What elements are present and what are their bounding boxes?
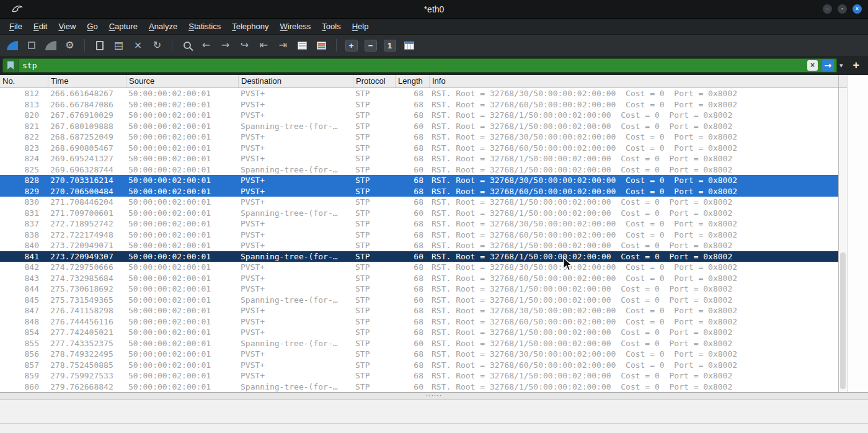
- go-forward-button[interactable]: →: [217, 37, 234, 54]
- menu-view[interactable]: View: [53, 20, 81, 33]
- last-packet-button[interactable]: ⇥: [275, 37, 291, 54]
- go-to-packet-button[interactable]: ↪: [236, 37, 253, 54]
- menu-telephony[interactable]: Telephony: [226, 20, 274, 33]
- colorize-button[interactable]: [313, 37, 330, 54]
- find-packet-button[interactable]: [179, 37, 195, 54]
- column-header-info[interactable]: Info: [430, 75, 838, 87]
- close-file-icon: ×: [134, 40, 142, 50]
- packet-row-856[interactable]: 856278.74932249550:00:00:02:00:01PVST+ST…: [0, 349, 838, 360]
- time-cell: 271.709700601: [48, 208, 126, 219]
- destination-cell: Spanning-tree-(for-…: [239, 251, 353, 262]
- open-file-button[interactable]: [91, 37, 108, 54]
- packet-row-848[interactable]: 848276.74445611650:00:00:02:00:01PVST+ST…: [0, 316, 838, 328]
- menu-analyze[interactable]: Analyze: [143, 20, 183, 33]
- packet-row-860[interactable]: 860279.76266884250:00:00:02:00:01Spannin…: [0, 382, 838, 393]
- minimize-button[interactable]: –: [823, 4, 832, 14]
- display-filter-input[interactable]: stp × →: [2, 58, 837, 73]
- menu-go[interactable]: Go: [81, 20, 103, 33]
- close-button[interactable]: ×: [852, 4, 862, 14]
- packet-row-824[interactable]: 824269.69524132750:00:00:02:00:01PVST+ST…: [0, 153, 838, 164]
- packet-row-840[interactable]: 840273.72094907150:00:00:02:00:01PVST+ST…: [0, 240, 838, 251]
- filter-add-button[interactable]: +: [849, 59, 863, 72]
- maximize-button[interactable]: ▫: [838, 4, 847, 14]
- save-file-button[interactable]: ▤: [110, 37, 127, 54]
- go-back-button[interactable]: ←: [198, 37, 215, 54]
- packet-row-829[interactable]: 829270.70650048450:00:00:02:00:01PVST+ST…: [0, 186, 838, 197]
- packet-row-830[interactable]: 830271.70844620450:00:00:02:00:01PVST+ST…: [0, 197, 838, 208]
- auto-scroll-button[interactable]: [294, 37, 311, 54]
- capture-stop-button[interactable]: [23, 37, 40, 54]
- column-header-source[interactable]: Source: [126, 75, 239, 87]
- column-header-destination[interactable]: Destination: [239, 75, 353, 87]
- filter-clear-button[interactable]: ×: [807, 60, 818, 71]
- packet-rows: 812266.66164826750:00:00:02:00:01PVST+ST…: [0, 88, 838, 392]
- no-cell: 859: [0, 370, 48, 382]
- packet-row-820[interactable]: 820267.67691002950:00:00:02:00:01PVST+ST…: [0, 110, 838, 121]
- packet-row-854[interactable]: 854277.74240502150:00:00:02:00:01PVST+ST…: [0, 327, 838, 338]
- reload-file-button[interactable]: ↻: [149, 37, 166, 54]
- titlebar[interactable]: *eth0 – ▫ ×: [0, 0, 868, 19]
- first-packet-icon: ⇤: [260, 40, 268, 50]
- packet-row-843[interactable]: 843274.73298568450:00:00:02:00:01PVST+ST…: [0, 273, 838, 284]
- packet-row-859[interactable]: 859279.75992753350:00:00:02:00:01PVST+ST…: [0, 370, 838, 382]
- packet-row-823[interactable]: 823268.69080546750:00:00:02:00:01PVST+ST…: [0, 143, 838, 154]
- destination-cell: PVST+: [239, 283, 353, 295]
- source-cell: 50:00:00:02:00:01: [126, 360, 239, 371]
- packet-row-841[interactable]: 841273.72094930750:00:00:02:00:01Spannin…: [0, 251, 838, 262]
- column-header-time[interactable]: Time: [48, 75, 126, 87]
- destination-cell: PVST+: [239, 262, 353, 273]
- menu-help[interactable]: Help: [347, 20, 374, 33]
- packet-row-844[interactable]: 844275.73061869250:00:00:02:00:01PVST+ST…: [0, 283, 838, 295]
- protocol-cell: STP: [353, 283, 396, 295]
- menu-capture[interactable]: Capture: [104, 20, 143, 33]
- packet-row-813[interactable]: 813266.66784708650:00:00:02:00:01PVST+ST…: [0, 99, 838, 110]
- source-cell: 50:00:00:02:00:01: [126, 121, 239, 132]
- zoom-out-button[interactable]: −: [362, 37, 379, 54]
- capture-restart-button[interactable]: [42, 37, 59, 54]
- capture-start-button[interactable]: [4, 37, 20, 54]
- column-header-protocol[interactable]: Protocol: [353, 75, 396, 87]
- menu-tools[interactable]: Tools: [316, 20, 346, 33]
- filter-dropdown-button[interactable]: ▾: [839, 61, 843, 69]
- close-file-button[interactable]: ×: [130, 37, 146, 54]
- column-header-no[interactable]: No.: [0, 75, 48, 87]
- capture-options-button[interactable]: ⚙: [61, 37, 78, 54]
- scrollbar-thumb[interactable]: [840, 252, 846, 389]
- menu-edit[interactable]: Edit: [28, 20, 53, 33]
- zoom-reset-button[interactable]: 1: [381, 37, 398, 54]
- packet-row-842[interactable]: 842274.72975066650:00:00:02:00:01PVST+ST…: [0, 262, 838, 273]
- length-cell: 68: [396, 370, 430, 382]
- first-packet-button[interactable]: ⇤: [255, 37, 272, 54]
- info-cell: RST. Root = 32768/1/50:00:00:02:00:00 Co…: [430, 153, 838, 164]
- packet-row-855[interactable]: 855277.74335237550:00:00:02:00:01Spannin…: [0, 338, 838, 349]
- column-header-length[interactable]: Length: [396, 75, 430, 87]
- packet-row-821[interactable]: 821267.68010988850:00:00:02:00:01Spannin…: [0, 121, 838, 132]
- menu-wireless[interactable]: Wireless: [275, 20, 317, 33]
- protocol-cell: STP: [353, 370, 396, 382]
- packet-row-847[interactable]: 847276.74115829850:00:00:02:00:01PVST+ST…: [0, 305, 838, 316]
- resize-columns-button[interactable]: [401, 37, 417, 54]
- packet-row-828[interactable]: 828270.70331621450:00:00:02:00:01PVST+ST…: [0, 175, 838, 186]
- packet-row-825[interactable]: 825269.69632874450:00:00:02:00:01Spannin…: [0, 164, 838, 176]
- filter-bookmark-button[interactable]: [3, 59, 19, 72]
- time-cell: 276.741158298: [48, 305, 126, 316]
- packet-row-812[interactable]: 812266.66164826750:00:00:02:00:01PVST+ST…: [0, 88, 838, 99]
- packet-row-822[interactable]: 822268.68725204950:00:00:02:00:01PVST+ST…: [0, 132, 838, 143]
- filter-value[interactable]: stp: [19, 61, 807, 70]
- time-cell: 278.752450885: [48, 360, 126, 371]
- packet-row-857[interactable]: 857278.75245088550:00:00:02:00:01PVST+ST…: [0, 360, 838, 371]
- packet-list-header: No.TimeSourceDestinationProtocolLengthIn…: [0, 75, 838, 88]
- info-cell: RST. Root = 32768/30/50:00:00:02:00:00 C…: [430, 262, 838, 273]
- packet-row-837[interactable]: 837272.71895274250:00:00:02:00:01PVST+ST…: [0, 218, 838, 230]
- vertical-scrollbar[interactable]: [838, 75, 847, 392]
- filter-apply-button[interactable]: →: [822, 60, 834, 71]
- zoom-in-button[interactable]: +: [343, 37, 360, 54]
- destination-cell: PVST+: [239, 349, 353, 360]
- protocol-cell: STP: [353, 338, 396, 349]
- packet-row-838[interactable]: 838272.72217494850:00:00:02:00:01PVST+ST…: [0, 230, 838, 241]
- pane-splitter[interactable]: ······: [0, 392, 868, 400]
- packet-row-831[interactable]: 831271.70970060150:00:00:02:00:01Spannin…: [0, 208, 838, 219]
- menu-statistics[interactable]: Statistics: [183, 20, 226, 33]
- packet-row-845[interactable]: 845275.73154936550:00:00:02:00:01Spannin…: [0, 295, 838, 306]
- menu-file[interactable]: File: [4, 20, 28, 33]
